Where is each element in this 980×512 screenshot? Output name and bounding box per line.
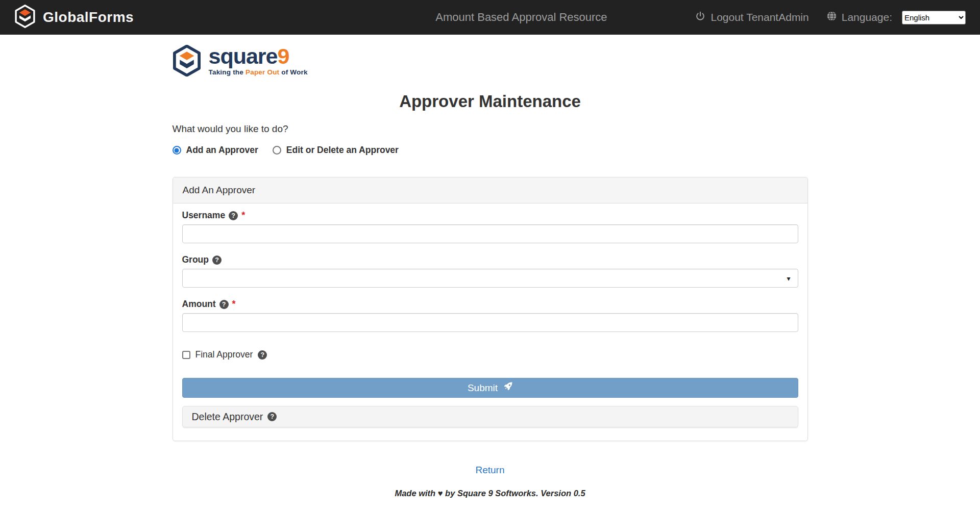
language-label: Language: xyxy=(842,11,892,23)
language-select[interactable]: English xyxy=(902,11,966,24)
language-group: Language: English xyxy=(826,11,966,24)
top-navbar: GlobalForms Amount Based Approval Resour… xyxy=(0,0,980,35)
group-label: Group xyxy=(182,254,209,265)
delete-approver-label: Delete Approver xyxy=(192,411,263,423)
logout-label: Logout TenantAdmin xyxy=(710,11,808,23)
radio-add-approver-label[interactable]: Add an Approver xyxy=(186,145,258,156)
logout-button[interactable]: Logout TenantAdmin xyxy=(695,11,808,24)
square9-tagline: Taking the Paper Out of Work xyxy=(209,68,308,76)
question-icon[interactable]: ? xyxy=(229,211,238,220)
navbar-page-title: Amount Based Approval Resource xyxy=(435,11,607,24)
required-asterisk: * xyxy=(241,210,245,221)
username-group: Username ? * xyxy=(182,210,798,243)
submit-button[interactable]: Submit xyxy=(182,378,798,398)
main-container: square9 Taking the Paper Out of Work App… xyxy=(173,45,808,498)
username-input[interactable] xyxy=(182,224,798,243)
brand-title: GlobalForms xyxy=(43,9,134,25)
final-approver-label[interactable]: Final Approver xyxy=(195,349,253,360)
globalforms-logo-icon xyxy=(14,5,36,30)
amount-input[interactable] xyxy=(182,313,798,332)
chevron-down-icon: ▾ xyxy=(787,275,790,282)
power-icon xyxy=(695,11,706,24)
globalforms-brand[interactable]: GlobalForms xyxy=(14,5,134,30)
radio-edit-delete-approver-label[interactable]: Edit or Delete an Approver xyxy=(286,145,399,156)
question-text: What would you like to do? xyxy=(173,123,808,135)
radio-add-approver[interactable] xyxy=(173,146,181,155)
panel-header: Add An Approver xyxy=(173,177,807,203)
square9-logo: square9 Taking the Paper Out of Work xyxy=(173,45,808,78)
square9-wordmark: square9 xyxy=(209,45,308,67)
question-icon[interactable]: ? xyxy=(212,255,222,265)
square9-hexagon-icon xyxy=(173,45,201,79)
radio-edit-delete-approver[interactable] xyxy=(273,146,281,155)
globe-icon xyxy=(826,11,837,24)
question-icon[interactable]: ? xyxy=(267,412,277,421)
amount-label: Amount xyxy=(182,299,216,310)
footer-credit: Made with ♥ by Square 9 Softworks. Versi… xyxy=(173,489,808,498)
amount-group: Amount ? * xyxy=(182,299,798,332)
final-approver-row: Final Approver ? xyxy=(182,349,798,360)
navbar-right: Logout TenantAdmin Language: English xyxy=(695,11,966,24)
return-link[interactable]: Return xyxy=(173,465,808,476)
submit-label: Submit xyxy=(468,382,498,394)
username-label: Username xyxy=(182,210,226,221)
square9-digit: 9 xyxy=(278,44,289,68)
mode-radio-group: Add an Approver Edit or Delete an Approv… xyxy=(173,145,808,156)
question-icon[interactable]: ? xyxy=(219,300,229,309)
delete-approver-header[interactable]: Delete Approver ? xyxy=(182,406,798,427)
group-group: Group ? ▾ xyxy=(182,254,798,288)
add-approver-panel: Add An Approver Username ? * Group ? ▾ xyxy=(173,177,808,441)
final-approver-checkbox[interactable] xyxy=(182,351,190,359)
page-title: Approver Maintenance xyxy=(173,92,808,111)
rocket-icon xyxy=(503,382,512,394)
group-select[interactable]: ▾ xyxy=(182,269,798,288)
required-asterisk: * xyxy=(232,299,236,310)
question-icon[interactable]: ? xyxy=(258,350,267,360)
